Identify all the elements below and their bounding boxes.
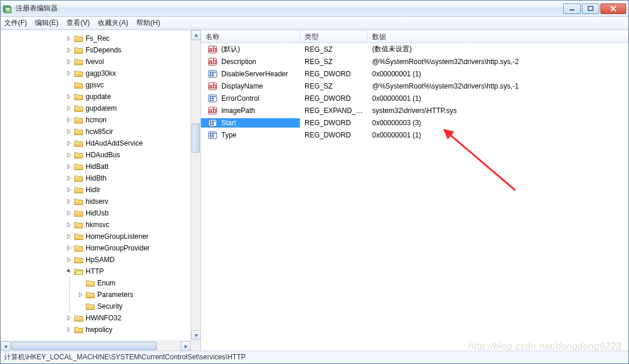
list-row[interactable]: ab(默认)REG_SZ(数值未设置) xyxy=(201,43,628,55)
tree-item[interactable]: gupdatem xyxy=(1,103,190,114)
tree-item-label: Security xyxy=(97,302,122,310)
expand-icon[interactable] xyxy=(66,70,73,77)
tree-item[interactable]: hkmsvc xyxy=(1,219,190,231)
tree-item[interactable]: hcw85cir xyxy=(1,126,190,137)
menu-favorites[interactable]: 收藏夹(A) xyxy=(98,18,128,28)
list-row[interactable]: DisableServerHeaderREG_DWORD0x00000001 (… xyxy=(201,68,628,80)
expand-icon[interactable] xyxy=(66,314,73,321)
tree-item[interactable]: hidserv xyxy=(1,196,190,207)
expand-icon[interactable] xyxy=(66,245,73,252)
list-row[interactable]: abDisplayNameREG_SZ@%SystemRoot%\system3… xyxy=(201,80,628,92)
folder-icon xyxy=(74,221,83,229)
tree-item[interactable]: gagp30kx xyxy=(1,68,190,79)
close-button[interactable] xyxy=(600,3,626,14)
expand-icon[interactable] xyxy=(66,47,73,54)
value-name-cell[interactable]: ab(默认) xyxy=(201,44,300,55)
expand-icon[interactable] xyxy=(66,210,73,217)
expand-icon[interactable] xyxy=(66,116,73,123)
menu-file[interactable]: 文件(F) xyxy=(4,18,27,28)
value-name-cell[interactable]: ErrorControl xyxy=(201,94,300,103)
list-row[interactable]: abImagePathREG_EXPAND_SZsystem32\drivers… xyxy=(201,104,628,116)
list-row[interactable]: StartREG_DWORD0x00000003 (3) xyxy=(201,116,628,129)
folder-icon xyxy=(74,267,83,275)
tree-item[interactable]: HWiNFO32 xyxy=(1,312,190,324)
dword-value-icon xyxy=(208,94,217,103)
tree-item[interactable]: Security xyxy=(1,301,190,312)
menu-help[interactable]: 帮助(H) xyxy=(136,18,160,28)
expand-icon[interactable] xyxy=(66,175,73,182)
expand-icon[interactable] xyxy=(66,105,73,112)
value-name-cell[interactable]: DisableServerHeader xyxy=(201,69,300,79)
expand-icon[interactable] xyxy=(66,140,73,147)
scroll-down-button[interactable] xyxy=(191,330,201,340)
column-header-data[interactable]: 数据 xyxy=(367,30,628,43)
collapse-icon[interactable] xyxy=(66,268,73,275)
expand-icon[interactable] xyxy=(66,58,73,65)
statusbar: 计算机\HKEY_LOCAL_MACHINE\SYSTEM\CurrentCon… xyxy=(1,351,628,363)
list-body[interactable]: ab(默认)REG_SZ(数值未设置)abDescriptionREG_SZ@%… xyxy=(201,43,628,351)
tree-item[interactable]: HomeGroupProvider xyxy=(1,242,190,254)
list-row[interactable]: abDescriptionREG_SZ@%SystemRoot%\system3… xyxy=(201,55,628,68)
tree-item[interactable]: hwpolicy xyxy=(1,324,190,335)
scroll-right-button[interactable] xyxy=(181,341,190,351)
tree-item[interactable]: Fs_Rec xyxy=(1,33,190,44)
tree-item-label: HidIr xyxy=(86,186,100,194)
tree-item[interactable]: Parameters xyxy=(1,289,190,301)
expand-icon[interactable] xyxy=(66,198,73,205)
tree-scroll[interactable]: Fs_RecFsDependsfvevolgagp30kxgpsvcgupdat… xyxy=(1,30,200,351)
expand-icon[interactable] xyxy=(66,35,73,42)
value-name-cell[interactable]: abImagePath xyxy=(201,106,300,115)
minimize-button[interactable] xyxy=(563,3,581,14)
maximize-button[interactable] xyxy=(582,3,599,14)
value-name-cell[interactable]: abDescription xyxy=(201,57,300,66)
folder-icon xyxy=(74,116,83,124)
tree-item[interactable]: HTTP xyxy=(1,266,190,277)
tree-vertical-scrollbar[interactable] xyxy=(190,30,200,340)
tree-item[interactable]: HomeGroupListener xyxy=(1,231,190,242)
tree-horizontal-scrollbar[interactable] xyxy=(1,341,190,351)
value-name-cell[interactable]: abDisplayName xyxy=(201,82,300,91)
tree-item[interactable]: hcmon xyxy=(1,114,190,126)
tree-hscroll-thumb[interactable] xyxy=(11,342,157,350)
tree-item[interactable]: FsDepends xyxy=(1,44,190,56)
tree-item[interactable]: HidUsb xyxy=(1,207,190,219)
tree-item[interactable]: HidBatt xyxy=(1,161,190,172)
menu-view[interactable]: 查看(V) xyxy=(66,18,90,28)
column-header-name[interactable]: 名称 xyxy=(201,30,300,43)
tree-item[interactable]: HDAudBus xyxy=(1,149,190,161)
expand-icon[interactable] xyxy=(66,221,73,228)
tree-item[interactable]: gpsvc xyxy=(1,79,190,91)
tree-item[interactable]: Enum xyxy=(1,277,190,289)
titlebar[interactable]: 注册表编辑器 xyxy=(1,1,628,17)
expand-icon[interactable] xyxy=(66,186,73,193)
tree-item[interactable]: fvevol xyxy=(1,56,190,68)
tree-item[interactable]: gupdate xyxy=(1,91,190,103)
svg-rect-42 xyxy=(210,135,211,136)
tree-item[interactable]: HidIr xyxy=(1,184,190,196)
svg-rect-14 xyxy=(210,73,211,75)
scroll-left-button[interactable] xyxy=(1,341,10,351)
expand-icon[interactable] xyxy=(66,93,73,100)
tree-vscroll-thumb[interactable] xyxy=(192,123,200,153)
tree-item[interactable]: HpSAMD xyxy=(1,254,190,266)
value-name: ErrorControl xyxy=(220,94,261,103)
expand-icon[interactable] xyxy=(77,291,84,298)
window-buttons xyxy=(563,3,626,14)
column-header-type[interactable]: 类型 xyxy=(300,30,367,43)
expand-icon[interactable] xyxy=(66,163,73,170)
expand-icon[interactable] xyxy=(66,256,73,263)
expand-icon[interactable] xyxy=(66,151,73,158)
list-row[interactable]: ErrorControlREG_DWORD0x00000001 (1) xyxy=(201,92,628,104)
scroll-up-button[interactable] xyxy=(191,30,201,40)
expand-icon[interactable] xyxy=(66,233,73,240)
expand-icon[interactable] xyxy=(66,128,73,135)
menu-edit[interactable]: 编辑(E) xyxy=(35,18,58,28)
tree-item[interactable]: HidBth xyxy=(1,172,190,184)
tree-item-label: HWiNFO32 xyxy=(86,314,121,322)
value-name-cell[interactable]: Type xyxy=(201,130,300,140)
value-name-cell[interactable]: Start xyxy=(201,118,300,128)
tree-item[interactable]: HdAudAddService xyxy=(1,137,190,149)
expand-icon[interactable] xyxy=(66,326,73,333)
list-row[interactable]: TypeREG_DWORD0x00000001 (1) xyxy=(201,129,628,141)
folder-icon xyxy=(86,279,95,287)
